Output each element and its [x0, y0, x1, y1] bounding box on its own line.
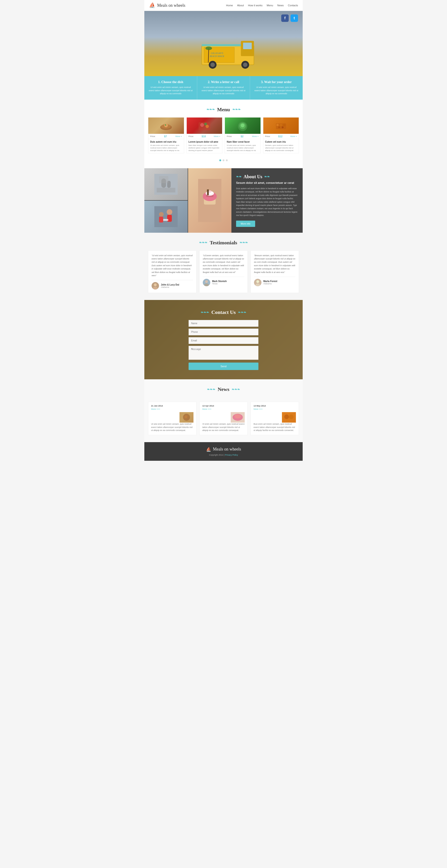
menu-item-1-price-row: Price: $7 More »: [148, 134, 184, 139]
news-title: News: [218, 386, 229, 392]
testimonials-title: Testimonials: [210, 240, 237, 246]
menu-grid: Price: $7 More » Duis autem vel eum iriu…: [144, 117, 303, 157]
contact-ornament-right: ❧❧❧: [238, 310, 246, 314]
menu-item-3-price-row: Price: $2 More »: [225, 134, 261, 139]
news-ornament-right: ❧❧❧: [232, 388, 240, 392]
svg-point-49: [159, 212, 164, 217]
contact-form: Send: [188, 320, 259, 370]
svg-point-18: [165, 124, 166, 126]
testimonial-1-text: "Ut wisi enim ad minim veniam, quis nost…: [152, 254, 193, 277]
news-2-more[interactable]: More >>>: [202, 408, 245, 410]
ornament-right: ❧❧❧: [232, 107, 241, 112]
twitter-icon[interactable]: t: [291, 14, 298, 22]
testimonial-2-avatar: [203, 279, 210, 286]
contact-ornament-left: ❧❧❧: [201, 310, 209, 314]
svg-rect-36: [159, 176, 168, 183]
testimonial-1: "Ut wisi enim ad minim veniam, quis nost…: [148, 250, 197, 293]
svg-rect-50: [159, 217, 163, 222]
step-3-text: Ut wisi enim ad minim veniam, quis nostr…: [254, 86, 299, 95]
step-2-title: 2. Write a letter or call: [201, 80, 246, 84]
footer-logo[interactable]: ⛵ Meals on wheels: [149, 447, 298, 452]
menu-item-1-more[interactable]: More »: [175, 135, 182, 137]
news-1-date: 21 Jan 2014: [151, 405, 193, 407]
nav-contacts[interactable]: Contacts: [288, 4, 298, 7]
more-info-button[interactable]: More info: [236, 221, 255, 227]
menu-item-4-more[interactable]: More »: [290, 135, 297, 137]
menu-item-3-more[interactable]: More »: [252, 135, 259, 137]
menu-item-2-more[interactable]: More »: [214, 135, 220, 137]
dot-2[interactable]: [222, 159, 225, 161]
news-2-text: Vt enim ad minim veniam, quis nostrud ex…: [202, 423, 245, 432]
svg-point-58: [256, 280, 259, 283]
nav-news[interactable]: News: [277, 4, 284, 7]
contact-message-input[interactable]: [188, 346, 259, 360]
svg-point-31: [282, 126, 284, 128]
menu-item-3-info: Nam liber cerat facer Ut wisi enim ad mi…: [225, 139, 261, 153]
testimonial-3-author: Marta Forest Alabama: [254, 277, 295, 286]
svg-point-55: [205, 280, 208, 283]
testimonial-2-text: "UCerem veniam, quis nostrud exerci tati…: [203, 254, 244, 274]
testimonials-grid: "Ut wisi enim ad minim veniam, quis nost…: [148, 250, 299, 293]
contact-name-input[interactable]: [188, 320, 259, 327]
menu-item-4: Price: $12 More » Cutem vel eum iriu Den…: [263, 117, 299, 154]
menu-section: ❧❧❧ Menu ❧❧❧ Price: $7 More » Duis autem…: [144, 100, 303, 168]
testimonial-2-author: Mark Stonish Texas: [203, 277, 244, 286]
about-ornament-right: ❧❧: [264, 175, 270, 179]
about-subtitle: Sesum dolor sit amet, consectetuer ar ce…: [236, 181, 298, 185]
menu-item-2-info: Lorem ipsum dolor sit ame Nam liber temp…: [187, 139, 222, 153]
step-1-title: 1. Choose the dish: [148, 80, 193, 84]
svg-point-62: [185, 415, 187, 418]
testimonial-3-avatar: [254, 279, 262, 286]
about-image-3: [144, 200, 188, 232]
testimonials-ornament-right: ❧❧❧: [240, 241, 248, 245]
logo[interactable]: ⛵ Meals on wheels: [149, 2, 185, 8]
step-1: 1. Choose the dish Ut wisi enim ad minim…: [144, 76, 197, 100]
dot-3[interactable]: [226, 159, 228, 161]
footer: ⛵ Meals on wheels Copyright 2014 | Priva…: [144, 442, 303, 461]
testimonials-section: ❧❧❧ Testimonials ❧❧❧ "Ut wisi enim ad mi…: [144, 233, 303, 300]
menu-item-3-image: [225, 118, 261, 134]
food-truck-illustration: GILLIGAN'S BEACH SHACK: [198, 34, 263, 71]
svg-point-52: [154, 283, 157, 286]
about-images: [144, 168, 231, 233]
nav-menu[interactable]: Menu: [267, 4, 273, 7]
menu-item-1: Price: $7 More » Duis autem vel eum iriu…: [148, 117, 184, 154]
facebook-icon[interactable]: f: [281, 14, 289, 22]
send-button[interactable]: Send: [188, 363, 259, 370]
svg-line-13: [208, 49, 209, 63]
svg-point-29: [283, 124, 286, 126]
news-2-date: 13 Apr 2014: [202, 405, 245, 407]
news-1-image: [179, 412, 193, 423]
hero-section: GILLIGAN'S BEACH SHACK f t: [144, 11, 303, 76]
menu-item-2-image: [187, 118, 222, 134]
menu-title: Menu: [217, 106, 230, 113]
contact-phone-input[interactable]: [188, 329, 259, 335]
svg-rect-35: [157, 188, 175, 192]
about-image-2: [188, 168, 231, 233]
header: ⛵ Meals on wheels Home About How it work…: [144, 0, 303, 11]
about-section: ❧❧ About Us ❧❧ Sesum dolor sit amet, con…: [144, 168, 303, 233]
about-content: ❧❧ About Us ❧❧ Sesum dolor sit amet, con…: [231, 168, 303, 233]
svg-point-20: [200, 123, 204, 127]
step-2-text: Ut wisi enim ad minim veniam, quis nostr…: [201, 86, 246, 95]
contact-email-input[interactable]: [188, 337, 259, 344]
nav-how-it-works[interactable]: How it works: [248, 4, 262, 7]
news-ornament-left: ❧❧❧: [207, 388, 215, 392]
dot-1[interactable]: [219, 159, 221, 161]
svg-point-25: [241, 124, 244, 127]
news-1-more[interactable]: More >>>: [151, 408, 193, 410]
svg-point-46: [167, 209, 172, 215]
news-3-more[interactable]: More >>>: [254, 408, 296, 410]
menu-item-4-price-row: Price: $12 More »: [263, 134, 299, 139]
svg-rect-4: [243, 42, 252, 49]
footer-copyright: Copyright 2014 | Privacy Policy: [149, 454, 298, 456]
about-ornament-left: ❧❧: [236, 175, 242, 179]
menu-item-1-info: Duis autem vel eum iriu Ut wisi enim ad …: [148, 139, 184, 153]
svg-point-9: [210, 63, 215, 67]
svg-rect-45: [154, 206, 178, 227]
privacy-policy-link[interactable]: Privacy Policy: [225, 454, 238, 456]
nav-about[interactable]: About: [237, 4, 244, 7]
contact-content: ❧❧❧ Contact Us ❧❧❧ Send: [148, 309, 299, 370]
news-item-3: 13 May 2014 More >>> Busi enim ad minim …: [250, 402, 299, 435]
nav-home[interactable]: Home: [226, 4, 233, 7]
